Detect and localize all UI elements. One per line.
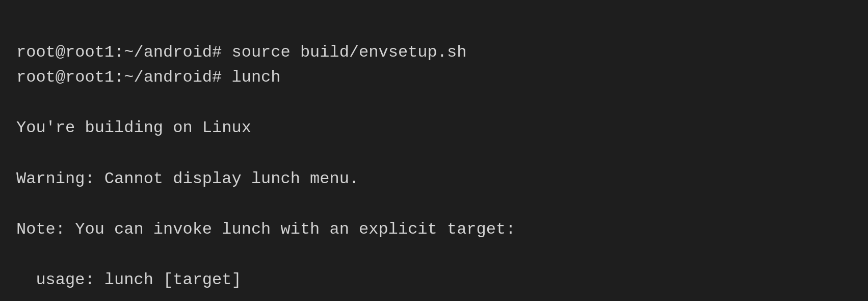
empty-line [16,90,852,116]
terminal-window[interactable]: root@root1:~/android# source build/envse… [0,0,868,301]
empty-line [16,191,852,217]
cmd1: root@root1:~/android# source build/envse… [16,40,852,65]
empty-line [16,141,852,166]
empty-line [16,293,852,301]
empty-line [16,242,852,267]
note: Note: You can invoke lunch with an expli… [16,217,852,242]
building: You're building on Linux [16,115,852,141]
cmd2: root@root1:~/android# lunch [16,65,852,90]
usage: usage: lunch [target] [16,267,852,293]
warning: Warning: Cannot display lunch menu. [16,166,852,192]
